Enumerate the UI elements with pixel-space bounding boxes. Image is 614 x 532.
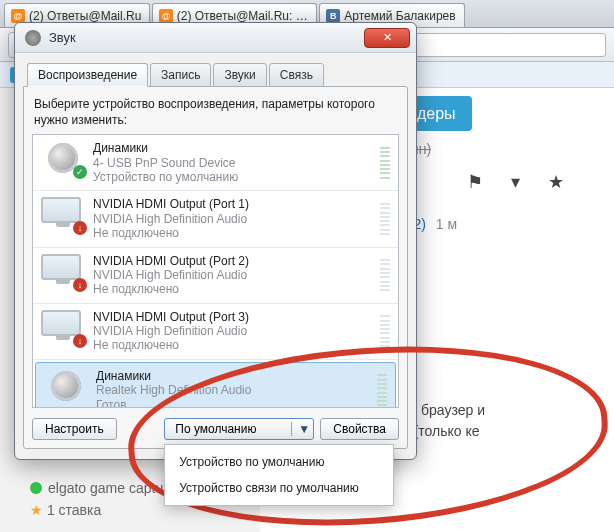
device-row[interactable]: ↓NVIDIA HDMI Output (Port 1)NVIDIA High … [33,191,398,247]
level-bars-icon [380,203,390,235]
dialog-title: Звук [49,30,356,45]
monitor-icon: ↓ [41,197,85,233]
device-name: NVIDIA HDMI Output (Port 1) [93,197,372,211]
device-state: Не подключено [93,338,372,352]
menu-item-default-device[interactable]: Устройство по умолчанию [165,449,393,475]
device-row[interactable]: ✓Динамики4- USB PnP Sound DeviceУстройст… [33,135,398,191]
device-info: NVIDIA HDMI Output (Port 3)NVIDIA High D… [93,310,372,353]
dialog-titlebar[interactable]: Звук ✕ [15,23,416,53]
speaker-icon: ✓ [41,141,85,177]
level-bars-icon [377,374,387,406]
down-badge-icon: ↓ [73,221,87,235]
speaker-icon [25,30,41,46]
level-bars-icon [380,147,390,179]
tab-pane-playback: Выберите устройство воспроизведения, пар… [23,86,408,449]
favicon-mail-icon: @ [11,9,25,23]
monitor-icon: ↓ [41,310,85,346]
tab-label: (2) Ответы@Mail.Ru: 3… [177,9,309,23]
set-default-label: По умолчанию [175,422,256,436]
properties-button[interactable]: Свойства [320,418,399,440]
device-desc: NVIDIA High Definition Audio [93,212,372,226]
device-name: Динамики [93,141,372,155]
instruction-text: Выберите устройство воспроизведения, пар… [34,97,397,128]
device-info: NVIDIA HDMI Output (Port 1)NVIDIA High D… [93,197,372,240]
device-state: Не подключено [93,226,372,240]
default-dropdown-menu: Устройство по умолчанию Устройство связи… [164,444,394,506]
device-row[interactable]: ДинамикиRealtek High Definition AudioГот… [35,362,396,408]
tab-label: Артемий Балакирев [344,9,455,23]
tab-recording[interactable]: Запись [150,63,211,87]
level-bars-icon [380,315,390,347]
device-desc: Realtek High Definition Audio [96,383,369,397]
device-desc: NVIDIA High Definition Audio [93,324,372,338]
online-dot-icon [30,482,42,494]
star-icon: ★ [30,502,43,518]
tab-label: (2) Ответы@Mail.Ru [29,9,141,23]
device-state: Не подключено [93,282,372,296]
answerer-time: 1 м [436,216,457,232]
device-desc: NVIDIA High Definition Audio [93,268,372,282]
bookmark-icon[interactable]: ⚑ [467,169,483,195]
chevron-down-icon[interactable]: ▼ [291,422,307,436]
down-badge-icon: ↓ [73,278,87,292]
device-state: Устройство по умолчанию [93,170,372,184]
menu-item-default-comm-device[interactable]: Устройство связи по умолчанию [165,475,393,501]
close-button[interactable]: ✕ [364,28,410,48]
button-row: Настроить По умолчанию ▼ Устройство по у… [32,418,399,440]
star-icon[interactable]: ★ [548,169,564,195]
device-state: Готов [96,398,369,409]
device-row[interactable]: ↓NVIDIA HDMI Output (Port 3)NVIDIA High … [33,304,398,360]
device-info: ДинамикиRealtek High Definition AudioГот… [96,369,369,408]
bet-text: 1 ставка [47,502,101,518]
device-row[interactable]: ↓NVIDIA HDMI Output (Port 2)NVIDIA High … [33,248,398,304]
device-info: Динамики4- USB PnP Sound DeviceУстройств… [93,141,372,184]
device-info: NVIDIA HDMI Output (Port 2)NVIDIA High D… [93,254,372,297]
device-name: NVIDIA HDMI Output (Port 2) [93,254,372,268]
speaker-icon [44,369,88,405]
set-default-button[interactable]: По умолчанию ▼ [164,418,314,440]
down-badge-icon: ↓ [73,334,87,348]
tab-playback[interactable]: Воспроизведение [27,63,148,87]
device-name: NVIDIA HDMI Output (Port 3) [93,310,372,324]
flag-icon[interactable]: ▾ [511,169,520,195]
tab-sounds[interactable]: Звуки [213,63,266,87]
device-list[interactable]: ✓Динамики4- USB PnP Sound DeviceУстройст… [32,134,399,408]
close-icon: ✕ [383,31,392,44]
device-name: Динамики [96,369,369,383]
dialog-tabs: Воспроизведение Запись Звуки Связь [23,59,408,87]
favicon-vk-icon: В [326,9,340,23]
monitor-icon: ↓ [41,254,85,290]
favicon-mail-icon: @ [159,9,172,23]
sound-dialog: Звук ✕ Воспроизведение Запись Звуки Связ… [14,22,417,460]
check-badge-icon: ✓ [73,165,87,179]
device-desc: 4- USB PnP Sound Device [93,156,372,170]
level-bars-icon [380,259,390,291]
configure-button[interactable]: Настроить [32,418,117,440]
tab-communication[interactable]: Связь [269,63,324,87]
dialog-body: Воспроизведение Запись Звуки Связь Выбер… [15,53,416,457]
